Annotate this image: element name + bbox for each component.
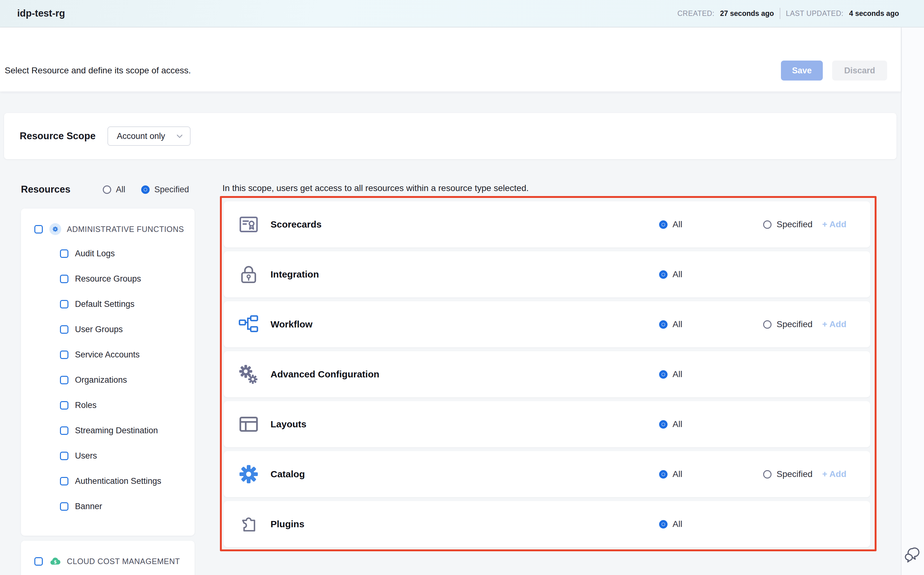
- resource-type-row: Plugins All: [224, 501, 870, 547]
- gear-badge-icon: [49, 223, 61, 235]
- item-checkbox[interactable]: [60, 452, 69, 460]
- row-all-radio[interactable]: All: [659, 419, 682, 429]
- scope-note: In this scope, users get access to all r…: [222, 183, 529, 193]
- group-name: CLOUD COST MANAGEMENT: [67, 557, 180, 566]
- discard-button[interactable]: Discard: [832, 60, 887, 81]
- row-add-button[interactable]: + Add: [822, 319, 846, 329]
- resources-list: ADMINISTRATIVE FUNCTIONS Audit Logs Reso…: [21, 208, 194, 575]
- item-checkbox[interactable]: [60, 477, 69, 485]
- item-checkbox[interactable]: [60, 401, 69, 410]
- resource-type-label: Catalog: [271, 469, 305, 480]
- row-all-label: All: [672, 319, 682, 329]
- item-checkbox[interactable]: [60, 426, 69, 435]
- group-checkbox[interactable]: [34, 225, 43, 233]
- item-checkbox[interactable]: [60, 275, 69, 283]
- row-all-radio[interactable]: All: [659, 369, 682, 379]
- item-checkbox[interactable]: [60, 502, 69, 511]
- item-checkbox[interactable]: [60, 351, 69, 359]
- radio-icon: [659, 370, 668, 379]
- last-updated-label: LAST UPDATED:: [786, 10, 844, 18]
- row-specified-label: Specified: [777, 319, 812, 329]
- resource-type-label: Advanced Configuration: [271, 369, 379, 380]
- resource-group-header: CLOUD COST MANAGEMENT: [34, 541, 194, 570]
- resources-specified-radio[interactable]: Specified: [141, 185, 189, 194]
- item-label: Organizations: [75, 375, 127, 385]
- gears-icon: [239, 364, 259, 384]
- radio-icon: [659, 420, 668, 429]
- row-all-label: All: [672, 369, 682, 379]
- meta-divider: [780, 8, 780, 19]
- resource-item[interactable]: Authentication Settings: [60, 473, 194, 489]
- resource-item[interactable]: Streaming Destination: [60, 422, 194, 439]
- resource-type-row: Advanced Configuration All: [224, 351, 870, 397]
- group-items: Audit Logs Resource Groups Default Setti…: [21, 245, 194, 515]
- toolbar: Select Resource and define its scope of …: [0, 27, 901, 92]
- resources-title: Resources: [21, 184, 71, 195]
- group-checkbox[interactable]: [34, 557, 43, 565]
- item-checkbox[interactable]: [60, 325, 69, 334]
- item-checkbox[interactable]: [60, 376, 69, 384]
- row-specified-radio[interactable]: Specified: [763, 219, 812, 229]
- resource-types-box: Scorecards All Specified + Add Integrati…: [220, 196, 876, 551]
- resource-scope-card: Resource Scope Account only: [4, 113, 897, 159]
- row-all-label: All: [672, 219, 682, 229]
- resource-item[interactable]: Users: [60, 447, 194, 464]
- toolbar-subtitle: Select Resource and define its scope of …: [5, 65, 191, 76]
- workflow-icon: [239, 315, 259, 334]
- resource-item[interactable]: Default Settings: [60, 295, 194, 313]
- item-checkbox[interactable]: [60, 300, 69, 308]
- resource-item[interactable]: Resource Groups: [60, 270, 194, 287]
- scorecards-icon: [239, 214, 259, 234]
- row-all-label: All: [672, 519, 682, 529]
- resource-scope-select[interactable]: Account only: [107, 126, 191, 146]
- help-chat-icon[interactable]: [903, 545, 923, 564]
- item-label: Default Settings: [75, 299, 135, 309]
- resource-item[interactable]: Roles: [60, 397, 194, 414]
- radio-icon: [659, 270, 668, 279]
- row-all-radio[interactable]: All: [659, 269, 682, 280]
- radio-icon: [659, 320, 668, 329]
- gear-solid-icon: [239, 464, 259, 484]
- row-all-radio[interactable]: All: [659, 219, 682, 229]
- item-label: Banner: [75, 502, 102, 511]
- resources-specified-label: Specified: [154, 185, 189, 194]
- item-label: Authentication Settings: [75, 477, 161, 486]
- layout-icon: [239, 414, 259, 434]
- row-all-radio[interactable]: All: [659, 519, 682, 529]
- resource-item[interactable]: User Groups: [60, 321, 194, 338]
- puzzle-icon: [239, 514, 259, 534]
- resource-group-header: ADMINISTRATIVE FUNCTIONS: [34, 208, 194, 238]
- row-all-radio[interactable]: All: [659, 319, 682, 329]
- row-all-radio[interactable]: All: [659, 469, 682, 479]
- resource-item[interactable]: Banner: [60, 498, 194, 515]
- row-all-label: All: [672, 419, 682, 429]
- item-label: User Groups: [75, 325, 123, 334]
- row-specified-radio[interactable]: Specified: [763, 319, 812, 329]
- resource-type-row: Integration All: [224, 251, 870, 297]
- group-name: ADMINISTRATIVE FUNCTIONS: [67, 225, 184, 234]
- item-label: Audit Logs: [75, 249, 115, 259]
- right-rail: [901, 27, 924, 575]
- chevron-down-icon: [175, 132, 184, 140]
- resource-group-card: ADMINISTRATIVE FUNCTIONS Audit Logs Reso…: [21, 208, 194, 536]
- lock-icon: [239, 264, 259, 284]
- resource-type-label: Plugins: [271, 519, 304, 529]
- resource-item[interactable]: Organizations: [60, 372, 194, 388]
- resource-item[interactable]: Audit Logs: [60, 245, 194, 262]
- resources-all-radio[interactable]: All: [103, 185, 125, 194]
- resource-item[interactable]: Service Accounts: [60, 346, 194, 363]
- row-specified-radio[interactable]: Specified: [763, 469, 812, 479]
- row-add-button[interactable]: + Add: [822, 469, 846, 479]
- radio-icon: [103, 186, 111, 194]
- item-label: Roles: [75, 400, 97, 410]
- last-updated-value: 4 seconds ago: [849, 10, 899, 18]
- resources-header: Resources All Specified: [21, 181, 196, 198]
- radio-icon: [763, 221, 771, 229]
- radio-icon: [659, 221, 668, 229]
- created-label: CREATED:: [677, 10, 714, 18]
- item-checkbox[interactable]: [60, 249, 69, 258]
- radio-icon: [659, 520, 668, 529]
- radio-icon: [659, 470, 668, 478]
- row-add-button[interactable]: + Add: [822, 219, 846, 229]
- save-button[interactable]: Save: [781, 60, 823, 81]
